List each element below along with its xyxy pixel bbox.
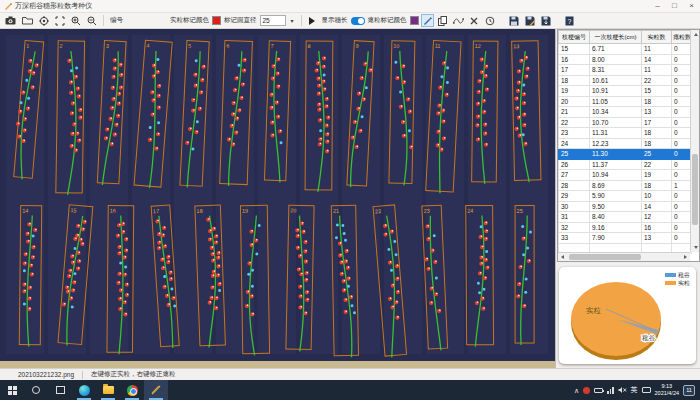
save-report-button[interactable] [523,14,537,27]
zoom-out-icon [87,16,97,26]
table-row[interactable]: 288.69181 [559,180,692,191]
maximize-button[interactable]: □ [666,0,683,12]
column-header[interactable]: 枝梗编号 [559,31,590,44]
vertical-scroll-thumb[interactable] [692,154,698,225]
horizontal-scroll-thumb[interactable] [569,254,641,260]
open-folder-button[interactable] [20,14,35,27]
play-button[interactable] [306,14,319,27]
number-button[interactable]: 编号 [109,14,124,27]
table-cell: 22 [559,117,590,128]
file-explorer-icon [103,386,114,394]
svg-text:23: 23 [423,208,429,214]
system-tray: ∧ 英 9:13 2021/4/24 11 [574,380,700,400]
taskbar-app-active[interactable] [144,380,168,400]
table-cell: 30 [559,201,590,212]
table-row[interactable]: 318.40120 [559,212,692,223]
zoom-out-button[interactable] [85,14,99,27]
table-cell: 7.90 [590,233,642,244]
scroll-right-button[interactable] [681,253,690,262]
fit-screen-button[interactable] [53,14,67,27]
pencil-tool-button[interactable] [421,14,434,27]
table-cell: 0 [672,75,692,86]
table-row[interactable]: 178.31110 [559,65,692,76]
taskbar-clock[interactable]: 9:13 2021/4/24 [655,383,679,396]
grain-ratio-pie-card: 秕谷实粒 实粒秕谷 [559,267,696,364]
diameter-dropdown-arrow[interactable]: ▾ [288,17,297,24]
table-row[interactable]: 168.00140 [559,54,692,65]
table-cell: 10 [642,191,672,202]
close-button[interactable]: × [683,0,700,12]
start-button[interactable] [0,380,24,400]
table-cell: 0 [672,96,692,107]
table-row[interactable]: 329.16160 [559,222,692,233]
touch-keyboard-icon[interactable] [642,387,651,393]
table-row[interactable]: 2412.23180 [559,138,692,149]
delete-button[interactable] [468,14,481,27]
table-row[interactable]: 2611.37220 [559,159,692,170]
svg-text:21: 21 [333,208,339,214]
table-cell: 20 [559,96,590,107]
task-view-button[interactable] [48,380,72,400]
table-row[interactable]: 309.50140 [559,201,692,212]
volume-muted-icon[interactable] [618,386,627,394]
minimize-button[interactable]: – [649,0,666,12]
history-button[interactable] [483,14,497,27]
table-cell: 15 [642,86,672,97]
zoom-in-button[interactable] [69,14,83,27]
battery-icon[interactable] [594,388,603,393]
scroll-down-button[interactable] [691,243,700,252]
svg-text:24: 24 [467,208,473,214]
filled-color-swatch[interactable] [212,16,221,25]
network-icon[interactable] [607,387,614,394]
diameter-select[interactable]: 25 [260,15,286,26]
ime-indicator[interactable]: 英 [631,385,638,395]
specimen-image-canvas[interactable]: 1234567891011121314151617181920212223242… [0,29,556,368]
table-row[interactable]: 2210.70170 [559,117,692,128]
table-cell: 0 [672,44,692,55]
taskbar-explorer[interactable] [96,380,120,400]
target-button[interactable] [37,14,51,27]
notification-badge[interactable]: 11 [683,385,695,396]
report-button[interactable]: ? [563,14,576,27]
svg-text:18: 18 [196,208,202,214]
table-vertical-scrollbar[interactable] [690,30,699,252]
svg-text:13: 13 [513,43,519,49]
table-horizontal-scrollbar[interactable] [558,252,690,261]
table-cell: 0 [672,107,692,118]
table-row[interactable]: 156.71110 [559,44,692,55]
scroll-left-button[interactable] [558,253,567,262]
table-row[interactable]: 2011.05180 [559,96,692,107]
table-row[interactable]: 337.90130 [559,233,692,244]
taskbar-edge[interactable] [72,380,96,400]
table-row[interactable]: 2511.30250 [559,149,692,160]
table-row[interactable]: 295.90100 [559,191,692,202]
export-button[interactable] [539,14,553,27]
capture-button[interactable] [3,14,18,27]
taskbar-chrome[interactable] [120,380,144,400]
chrome-browser-icon [127,385,138,396]
table-cell: 19 [559,86,590,97]
tray-expand-button[interactable]: ∧ [574,387,579,394]
table-row[interactable]: 2311.31180 [559,128,692,139]
table-row[interactable]: 2110.34130 [559,107,692,118]
curve-tool-button[interactable] [451,14,466,27]
scroll-up-button[interactable] [691,30,700,39]
empty-color-swatch[interactable] [410,16,419,25]
table-row[interactable]: 1910.91150 [559,86,692,97]
column-header[interactable]: 瘪粒数 [672,31,692,44]
table-cell: 28 [559,180,590,191]
empty-color-label: 瘪粒标记颜色 [368,16,407,25]
pencil-icon [423,16,432,25]
copy-button[interactable] [436,14,449,27]
save-button[interactable] [507,14,521,27]
column-header[interactable]: 一次枝梗长(cm) [590,31,642,44]
copy-icon [438,16,447,26]
table-row[interactable]: 1810.61220 [559,75,692,86]
search-button[interactable] [24,380,48,400]
tray-security-icon[interactable] [583,387,590,394]
svg-text:?: ? [567,17,571,24]
column-header[interactable]: 实粒数 [642,31,672,44]
table-row[interactable]: 2710.94190 [559,170,692,181]
show-length-toggle[interactable] [351,17,365,25]
svg-text:19: 19 [242,208,248,214]
